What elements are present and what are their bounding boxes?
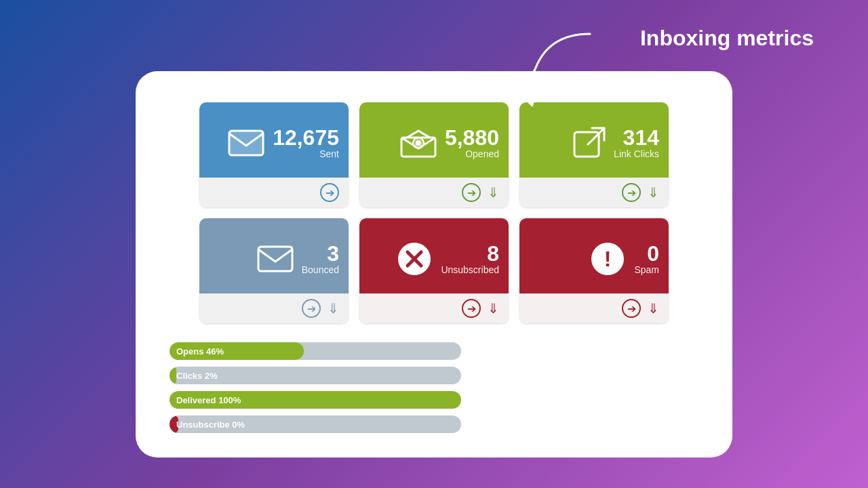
link-clicks-icon (573, 127, 606, 159)
link-clicks-download-btn[interactable]: ⇓ (648, 184, 659, 201)
clicks-fill (170, 367, 176, 384)
opens-progress-row: Opens 46% (170, 342, 698, 360)
delivered-fill: Delivered 100% (170, 391, 461, 409)
delivered-label: Delivered 100% (176, 395, 241, 405)
unsubscribed-arrow-btn[interactable]: ➔ (462, 299, 481, 318)
spam-arrow-btn[interactable]: ➔ (622, 299, 641, 318)
sent-card: 12,675 Sent ➔ (199, 102, 349, 207)
opens-label: Opens 46% (176, 346, 224, 357)
unsubscribe-label: Unsubscribe 0% (176, 420, 245, 430)
svg-rect-2 (229, 131, 263, 155)
sent-number: 12,675 (273, 127, 339, 148)
bounced-number: 3 (302, 243, 339, 264)
unsubscribed-number: 8 (441, 243, 499, 264)
opened-label: Opened (445, 148, 499, 159)
bounced-download-btn[interactable]: ⇓ (328, 300, 339, 317)
sent-arrow-btn[interactable]: ➔ (320, 183, 339, 202)
unsubscribe-progress-row: Unsubscribe 0% (170, 415, 698, 433)
spam-icon: ! (589, 241, 626, 277)
metrics-grid: 12,675 Sent ➔ (199, 102, 669, 323)
progress-section: Opens 46% Clicks 2% Delivered 100% (163, 342, 705, 433)
svg-rect-8 (258, 247, 292, 271)
spam-download-btn[interactable]: ⇓ (648, 300, 659, 317)
opens-progress-bar: Opens 46% (170, 342, 461, 360)
bounced-card: 3 Bounced ➔ ⇓ (199, 218, 349, 323)
clicks-progress-row: Clicks 2% (170, 367, 698, 384)
page-title: Inboxing metrics (640, 26, 814, 51)
unsubscribed-download-btn[interactable]: ⇓ (488, 300, 499, 317)
opened-arrow-btn[interactable]: ➔ (462, 183, 481, 202)
delivered-progress-row: Delivered 100% (170, 391, 698, 409)
link-clicks-arrow-btn[interactable]: ➔ (622, 183, 641, 202)
svg-line-7 (588, 128, 604, 144)
bounced-label: Bounced (302, 264, 339, 275)
clicks-progress-bar: Clicks 2% (170, 367, 461, 384)
svg-text:!: ! (604, 247, 612, 271)
link-clicks-number: 314 (614, 127, 659, 148)
sent-label: Sent (273, 148, 339, 159)
svg-point-5 (416, 140, 421, 146)
delivered-progress-bar: Delivered 100% (170, 391, 461, 409)
link-clicks-label: Link Clicks (614, 148, 659, 159)
spam-label: Spam (634, 264, 659, 275)
unsubscribed-card: 8 Unsubscribed ➔ ⇓ (359, 218, 509, 323)
bounced-icon (257, 244, 294, 274)
opened-icon (400, 128, 437, 158)
spam-number: 0 (634, 243, 659, 264)
link-clicks-card: 314 Link Clicks ➔ ⇓ (519, 102, 669, 207)
spam-card: ! 0 Spam ➔ ⇓ (519, 218, 669, 323)
main-panel: 12,675 Sent ➔ (136, 71, 732, 458)
bounced-arrow-btn[interactable]: ➔ (302, 299, 321, 318)
unsubscribe-progress-bar: Unsubscribe 0% (170, 415, 461, 433)
opened-download-btn[interactable]: ⇓ (488, 184, 499, 201)
clicks-label: Clicks 2% (176, 371, 218, 381)
arrow-decoration (468, 27, 604, 108)
opens-fill: Opens 46% (170, 342, 304, 360)
opened-number: 5,880 (445, 127, 499, 148)
sent-icon (228, 128, 264, 158)
opened-card: 5,880 Opened ➔ ⇓ (359, 102, 509, 207)
unsubscribed-icon (396, 241, 433, 277)
unsubscribed-label: Unsubscribed (441, 264, 499, 275)
